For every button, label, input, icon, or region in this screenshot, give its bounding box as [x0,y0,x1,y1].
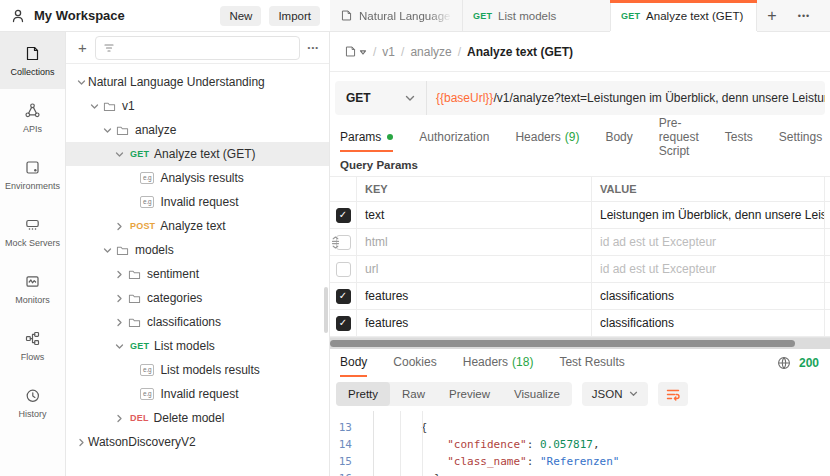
tree-item-folder[interactable]: v1 [66,94,329,118]
wrap-text-button[interactable] [658,382,688,406]
tree-item-example[interactable]: e.g Invalid request [66,190,329,214]
tab-authorization[interactable]: Authorization [419,124,489,152]
network-globe-icon[interactable] [777,356,791,370]
tree-item-example[interactable]: e.g Invalid request [66,382,329,406]
tab-response-headers[interactable]: Headers (18) [463,349,534,377]
tree-item-request[interactable]: DEL Delete model [66,406,329,430]
sidebar-item-history[interactable]: History [0,374,65,431]
horizontal-scrollbar[interactable] [330,337,830,349]
chevron-right-icon[interactable] [112,318,126,327]
import-button[interactable]: Import [269,6,320,26]
chevron-right-icon[interactable] [112,414,126,423]
tab-tests[interactable]: Tests [725,124,753,152]
mock-servers-icon [24,216,41,233]
param-key-cell[interactable]: html [357,229,592,255]
param-description-cell[interactable] [825,229,830,255]
sidebar-filter[interactable] [95,36,300,60]
param-description-cell[interactable] [825,283,830,309]
tree-item-collection[interactable]: WatsonDiscoveryV2 [66,430,329,454]
param-description-cell[interactable] [825,310,830,336]
sidebar-item-collections[interactable]: Collections [0,32,65,89]
tab-cookies[interactable]: Cookies [393,349,436,377]
param-description-cell[interactable] [825,256,830,282]
workspace-header: My Workspace New Import [0,0,330,32]
chevron-right-icon[interactable] [112,222,126,231]
tab-test-results[interactable]: Test Results [559,349,624,377]
tree-item-example[interactable]: e.g Analysis results [66,166,329,190]
param-value-cell[interactable]: classifications [592,310,825,336]
sidebar-item-mock-servers[interactable]: Mock Servers [0,203,65,260]
breadcrumb-segment[interactable]: v1 [382,45,395,59]
param-key-cell[interactable]: features [357,283,592,309]
workspace-title[interactable]: My Workspace [34,8,125,23]
new-button[interactable]: New [220,6,261,26]
drag-handle-icon[interactable] [331,236,340,249]
chevron-right-icon[interactable] [112,294,126,303]
tab-pre-request-script[interactable]: Pre-request Script [659,124,699,152]
param-description-cell[interactable] [825,202,830,228]
tab-params[interactable]: Params [340,124,393,152]
view-preview-button[interactable]: Preview [437,382,502,406]
tab-headers[interactable]: Headers (9) [515,124,579,152]
format-select[interactable]: JSON [582,382,649,406]
scrollbar-thumb[interactable] [330,340,795,347]
row-checkbox[interactable] [336,289,351,304]
chevron-down-icon[interactable] [112,342,126,351]
sidebar-item-apis[interactable]: APIs [0,89,65,146]
example-icon: e.g [140,364,154,377]
chevron-down-icon[interactable] [100,126,114,135]
row-checkbox[interactable] [336,208,351,223]
param-key-cell[interactable]: features [357,310,592,336]
tree-item-folder[interactable]: classifications [66,310,329,334]
chevron-down-icon[interactable] [74,78,88,87]
tree-item-folder[interactable]: categories [66,286,329,310]
tab-list-models[interactable]: GET List models [463,0,610,31]
view-raw-button[interactable]: Raw [390,382,437,406]
chevron-down-icon[interactable] [87,102,101,111]
tree-item-request-selected[interactable]: GET Analyze text (GET) [66,142,329,166]
tab-response-body[interactable]: Body [340,349,367,377]
chevron-right-icon[interactable] [112,270,126,279]
method-select[interactable]: GET [335,81,427,115]
tree-item-folder[interactable]: models [66,238,329,262]
tab-body[interactable]: Body [605,124,632,152]
indent-guide [400,411,401,476]
tab-settings[interactable]: Settings [779,124,822,152]
sidebar-filter-input[interactable] [121,42,292,54]
breadcrumb-segment[interactable]: analyze [410,45,451,59]
tree-item-example[interactable]: e.g List models results [66,358,329,382]
row-checkbox[interactable] [336,316,351,331]
view-pretty-button[interactable]: Pretty [336,382,390,406]
sidebar-item-monitors[interactable]: Monitors [0,260,65,317]
tree-item-request[interactable]: GET List models [66,334,329,358]
param-value-cell[interactable]: classifications [592,283,825,309]
tab-more-options-icon[interactable]: ••• [787,0,821,31]
tree-item-request[interactable]: POST Analyze text [66,214,329,238]
tab-collection[interactable]: Natural Language Understanding [330,0,463,31]
tree-item-folder[interactable]: analyze [66,118,329,142]
url-input[interactable]: {{baseUrl}}/v1/analyze?text=Leistungen i… [427,91,825,105]
param-value-cell[interactable]: Leistungen im Überblick, denn unsere Lei… [592,202,825,228]
collection-file-icon[interactable] [344,45,367,58]
code-line: 14 "confidence": 0.057817, [330,436,830,453]
row-checkbox[interactable] [336,262,351,277]
new-tab-button[interactable]: + [757,0,787,31]
view-visualize-button[interactable]: Visualize [502,382,572,406]
param-key-cell[interactable]: url [357,256,592,282]
chevron-down-icon[interactable] [112,150,126,159]
tree-item-folder[interactable]: sentiment [66,262,329,286]
sidebar-item-environments[interactable]: Environments [0,146,65,203]
tree-item-collection[interactable]: Natural Language Understanding [66,70,329,94]
param-key-cell[interactable]: text [357,202,592,228]
param-value-cell[interactable]: id ad est ut Excepteur [592,256,825,282]
param-value-cell[interactable]: id ad est ut Excepteur [592,229,825,255]
tab-analyze-text-active[interactable]: GET Analyze text (GET) [610,0,757,31]
add-collection-button[interactable]: + [78,40,87,55]
sidebar-item-flows[interactable]: Flows [0,317,65,374]
sidebar-scrollbar[interactable] [324,287,328,333]
tab-label: Analyze text (GET) [646,10,743,22]
method-badge: GET [473,11,492,21]
sidebar-more-options-icon[interactable]: ••• [308,43,319,52]
chevron-down-icon[interactable] [100,246,114,255]
chevron-right-icon[interactable] [74,438,88,447]
